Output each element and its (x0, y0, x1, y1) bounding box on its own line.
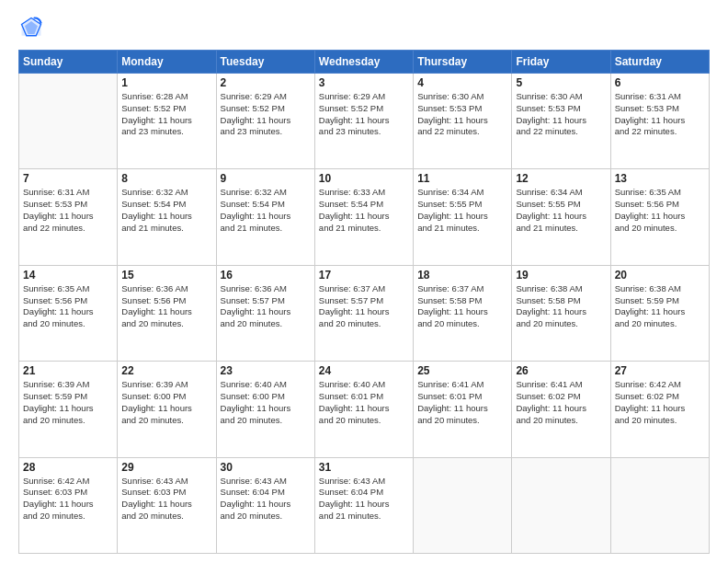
day-number: 23 (221, 364, 311, 377)
day-info: Sunrise: 6:41 AM Sunset: 6:01 PM Dayligh… (417, 379, 507, 426)
day-info: Sunrise: 6:32 AM Sunset: 5:54 PM Dayligh… (221, 187, 311, 234)
day-number: 14 (23, 269, 113, 282)
calendar-week-row: 28Sunrise: 6:42 AM Sunset: 6:03 PM Dayli… (19, 457, 710, 553)
calendar-cell: 1Sunrise: 6:28 AM Sunset: 5:52 PM Daylig… (118, 74, 216, 169)
calendar-cell: 24Sunrise: 6:40 AM Sunset: 6:01 PM Dayli… (314, 362, 413, 457)
calendar-cell: 25Sunrise: 6:41 AM Sunset: 6:01 PM Dayli… (414, 362, 512, 457)
day-number: 20 (615, 269, 705, 282)
day-number: 26 (516, 364, 606, 377)
header (18, 15, 710, 40)
weekday-header-tuesday: Tuesday (216, 51, 314, 74)
day-info: Sunrise: 6:37 AM Sunset: 5:57 PM Dayligh… (319, 283, 409, 330)
day-number: 9 (221, 172, 311, 185)
calendar-cell: 14Sunrise: 6:35 AM Sunset: 5:56 PM Dayli… (19, 265, 118, 361)
day-info: Sunrise: 6:38 AM Sunset: 5:59 PM Dayligh… (615, 283, 705, 330)
calendar-cell: 21Sunrise: 6:39 AM Sunset: 5:59 PM Dayli… (19, 362, 118, 457)
day-number: 10 (319, 172, 409, 185)
day-info: Sunrise: 6:33 AM Sunset: 5:54 PM Dayligh… (319, 187, 409, 234)
day-info: Sunrise: 6:43 AM Sunset: 6:03 PM Dayligh… (121, 476, 211, 523)
calendar-cell: 2Sunrise: 6:29 AM Sunset: 5:52 PM Daylig… (216, 74, 314, 169)
day-info: Sunrise: 6:28 AM Sunset: 5:52 PM Dayligh… (121, 91, 211, 138)
calendar-cell: 12Sunrise: 6:34 AM Sunset: 5:55 PM Dayli… (512, 169, 610, 265)
weekday-header-row: SundayMondayTuesdayWednesdayThursdayFrid… (19, 51, 710, 74)
calendar-week-row: 21Sunrise: 6:39 AM Sunset: 5:59 PM Dayli… (19, 362, 710, 457)
weekday-header-monday: Monday (118, 51, 216, 74)
day-info: Sunrise: 6:29 AM Sunset: 5:52 PM Dayligh… (221, 91, 311, 138)
day-info: Sunrise: 6:40 AM Sunset: 6:00 PM Dayligh… (221, 379, 311, 426)
day-info: Sunrise: 6:31 AM Sunset: 5:53 PM Dayligh… (23, 187, 113, 234)
calendar-cell: 28Sunrise: 6:42 AM Sunset: 6:03 PM Dayli… (19, 457, 118, 553)
calendar-cell: 22Sunrise: 6:39 AM Sunset: 6:00 PM Dayli… (118, 362, 216, 457)
day-number: 12 (516, 172, 606, 185)
calendar-cell: 8Sunrise: 6:32 AM Sunset: 5:54 PM Daylig… (118, 169, 216, 265)
day-number: 15 (121, 269, 211, 282)
calendar-cell: 20Sunrise: 6:38 AM Sunset: 5:59 PM Dayli… (610, 265, 709, 361)
day-info: Sunrise: 6:43 AM Sunset: 6:04 PM Dayligh… (221, 476, 311, 523)
calendar-cell: 3Sunrise: 6:29 AM Sunset: 5:52 PM Daylig… (314, 74, 413, 169)
day-number: 1 (121, 76, 211, 89)
weekday-header-thursday: Thursday (414, 51, 512, 74)
weekday-header-saturday: Saturday (610, 51, 709, 74)
day-info: Sunrise: 6:35 AM Sunset: 5:56 PM Dayligh… (23, 283, 113, 330)
calendar-cell: 29Sunrise: 6:43 AM Sunset: 6:03 PM Dayli… (118, 457, 216, 553)
day-info: Sunrise: 6:34 AM Sunset: 5:55 PM Dayligh… (516, 187, 606, 234)
day-info: Sunrise: 6:42 AM Sunset: 6:02 PM Dayligh… (615, 379, 705, 426)
day-number: 24 (319, 364, 409, 377)
day-number: 25 (417, 364, 507, 377)
calendar-cell: 30Sunrise: 6:43 AM Sunset: 6:04 PM Dayli… (216, 457, 314, 553)
day-info: Sunrise: 6:40 AM Sunset: 6:01 PM Dayligh… (319, 379, 409, 426)
day-info: Sunrise: 6:42 AM Sunset: 6:03 PM Dayligh… (23, 476, 113, 523)
day-number: 11 (417, 172, 507, 185)
calendar-week-row: 14Sunrise: 6:35 AM Sunset: 5:56 PM Dayli… (19, 265, 710, 361)
calendar-cell (19, 74, 118, 169)
calendar-cell (512, 457, 610, 553)
calendar-cell: 10Sunrise: 6:33 AM Sunset: 5:54 PM Dayli… (314, 169, 413, 265)
calendar-cell: 5Sunrise: 6:30 AM Sunset: 5:53 PM Daylig… (512, 74, 610, 169)
day-info: Sunrise: 6:34 AM Sunset: 5:55 PM Dayligh… (417, 187, 507, 234)
day-number: 5 (516, 76, 606, 89)
day-info: Sunrise: 6:43 AM Sunset: 6:04 PM Dayligh… (319, 476, 409, 523)
calendar-cell: 26Sunrise: 6:41 AM Sunset: 6:02 PM Dayli… (512, 362, 610, 457)
day-number: 6 (615, 76, 705, 89)
day-number: 22 (121, 364, 211, 377)
day-number: 31 (319, 461, 409, 474)
logo-icon (18, 15, 44, 40)
day-info: Sunrise: 6:30 AM Sunset: 5:53 PM Dayligh… (516, 91, 606, 138)
day-number: 3 (319, 76, 409, 89)
day-info: Sunrise: 6:37 AM Sunset: 5:58 PM Dayligh… (417, 283, 507, 330)
day-number: 17 (319, 269, 409, 282)
day-number: 18 (417, 269, 507, 282)
calendar-cell: 27Sunrise: 6:42 AM Sunset: 6:02 PM Dayli… (610, 362, 709, 457)
day-info: Sunrise: 6:29 AM Sunset: 5:52 PM Dayligh… (319, 91, 409, 138)
day-number: 28 (23, 461, 113, 474)
day-number: 7 (23, 172, 113, 185)
calendar-cell: 18Sunrise: 6:37 AM Sunset: 5:58 PM Dayli… (414, 265, 512, 361)
logo (18, 15, 48, 40)
day-number: 2 (221, 76, 311, 89)
day-number: 19 (516, 269, 606, 282)
calendar-week-row: 7Sunrise: 6:31 AM Sunset: 5:53 PM Daylig… (19, 169, 710, 265)
day-info: Sunrise: 6:36 AM Sunset: 5:56 PM Dayligh… (121, 283, 211, 330)
calendar-cell: 6Sunrise: 6:31 AM Sunset: 5:53 PM Daylig… (610, 74, 709, 169)
day-number: 29 (121, 461, 211, 474)
calendar-week-row: 1Sunrise: 6:28 AM Sunset: 5:52 PM Daylig… (19, 74, 710, 169)
day-info: Sunrise: 6:30 AM Sunset: 5:53 PM Dayligh… (417, 91, 507, 138)
weekday-header-wednesday: Wednesday (314, 51, 413, 74)
weekday-header-friday: Friday (512, 51, 610, 74)
calendar-table: SundayMondayTuesdayWednesdayThursdayFrid… (18, 50, 710, 554)
calendar-cell: 4Sunrise: 6:30 AM Sunset: 5:53 PM Daylig… (414, 74, 512, 169)
calendar-cell: 19Sunrise: 6:38 AM Sunset: 5:58 PM Dayli… (512, 265, 610, 361)
day-number: 30 (221, 461, 311, 474)
calendar-cell: 13Sunrise: 6:35 AM Sunset: 5:56 PM Dayli… (610, 169, 709, 265)
day-info: Sunrise: 6:31 AM Sunset: 5:53 PM Dayligh… (615, 91, 705, 138)
calendar-cell: 17Sunrise: 6:37 AM Sunset: 5:57 PM Dayli… (314, 265, 413, 361)
day-info: Sunrise: 6:38 AM Sunset: 5:58 PM Dayligh… (516, 283, 606, 330)
calendar-cell (610, 457, 709, 553)
calendar-cell: 9Sunrise: 6:32 AM Sunset: 5:54 PM Daylig… (216, 169, 314, 265)
day-info: Sunrise: 6:35 AM Sunset: 5:56 PM Dayligh… (615, 187, 705, 234)
page: SundayMondayTuesdayWednesdayThursdayFrid… (0, 0, 728, 563)
day-number: 27 (615, 364, 705, 377)
day-info: Sunrise: 6:39 AM Sunset: 6:00 PM Dayligh… (121, 379, 211, 426)
calendar-cell: 16Sunrise: 6:36 AM Sunset: 5:57 PM Dayli… (216, 265, 314, 361)
day-number: 16 (221, 269, 311, 282)
